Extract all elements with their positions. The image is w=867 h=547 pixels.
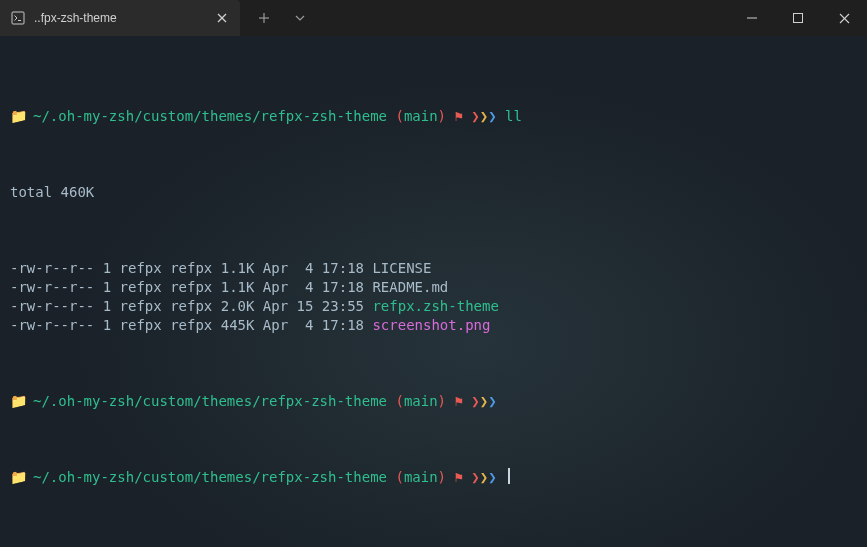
svg-rect-7 bbox=[794, 14, 803, 23]
flag-icon: ⚑ bbox=[454, 107, 462, 126]
git-branch: main bbox=[404, 107, 438, 126]
prompt-line-active: 📁~/.oh-my-zsh/custom/themes/refpx-zsh-th… bbox=[10, 468, 857, 487]
cursor bbox=[508, 468, 510, 484]
minimize-button[interactable] bbox=[729, 0, 775, 36]
list-item: -rw-r--r-- 1 refpx refpx 1.1K Apr 4 17:1… bbox=[10, 278, 857, 297]
ls-total: total 460K bbox=[10, 183, 857, 202]
folder-icon: 📁 bbox=[10, 392, 27, 411]
close-window-button[interactable] bbox=[821, 0, 867, 36]
ls-output: -rw-r--r-- 1 refpx refpx 1.1K Apr 4 17:1… bbox=[10, 259, 857, 335]
tab-actions bbox=[240, 0, 316, 36]
tab-active[interactable]: ..fpx-zsh-theme bbox=[0, 0, 240, 36]
list-item: -rw-r--r-- 1 refpx refpx 445K Apr 4 17:1… bbox=[10, 316, 857, 335]
filename: refpx.zsh-theme bbox=[372, 297, 498, 316]
folder-icon: 📁 bbox=[10, 468, 27, 487]
maximize-button[interactable] bbox=[775, 0, 821, 36]
tab-dropdown-button[interactable] bbox=[284, 0, 316, 36]
prompt-line: 📁~/.oh-my-zsh/custom/themes/refpx-zsh-th… bbox=[10, 107, 857, 126]
folder-icon: 📁 bbox=[10, 107, 27, 126]
svg-rect-0 bbox=[12, 12, 24, 24]
terminal-area[interactable]: 📁~/.oh-my-zsh/custom/themes/refpx-zsh-th… bbox=[0, 36, 867, 547]
terminal-icon bbox=[10, 10, 26, 26]
list-item: -rw-r--r-- 1 refpx refpx 1.1K Apr 4 17:1… bbox=[10, 259, 857, 278]
list-item: -rw-r--r-- 1 refpx refpx 2.0K Apr 15 23:… bbox=[10, 297, 857, 316]
command-text: ll bbox=[505, 107, 522, 126]
tab-title: ..fpx-zsh-theme bbox=[34, 11, 206, 25]
new-tab-button[interactable] bbox=[248, 0, 280, 36]
filename: screenshot.png bbox=[372, 316, 490, 335]
prompt-path: ~/.oh-my-zsh/custom/themes/refpx-zsh-the… bbox=[33, 107, 387, 126]
window-titlebar: ..fpx-zsh-theme bbox=[0, 0, 867, 36]
prompt-line: 📁~/.oh-my-zsh/custom/themes/refpx-zsh-th… bbox=[10, 392, 857, 411]
filename: LICENSE bbox=[372, 259, 431, 278]
window-controls bbox=[729, 0, 867, 36]
filename: README.md bbox=[372, 278, 448, 297]
close-tab-button[interactable] bbox=[214, 10, 230, 26]
